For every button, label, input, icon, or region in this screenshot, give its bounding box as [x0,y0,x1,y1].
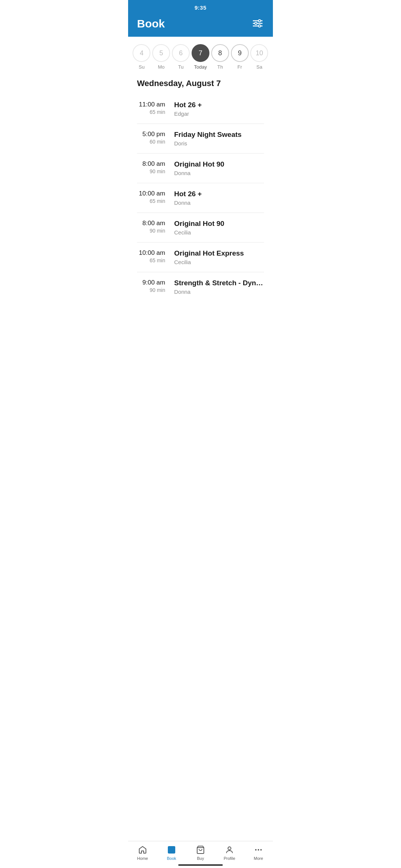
class-block: Original Hot 90 Donna [174,160,264,176]
time-duration: 60 min [137,139,165,145]
date-label: Today [194,64,207,70]
class-block: Friday Night Sweats Doris [174,131,264,147]
time-block: 11:00 am 65 min [137,101,174,115]
date-number: 5 [152,44,170,62]
date-item-5[interactable]: 5Mo [152,44,170,70]
time-block: 10:00 am 65 min [137,190,174,204]
date-number: 8 [211,44,229,62]
schedule-item[interactable]: 10:00 am 65 min Original Hot Express Cec… [137,243,264,272]
class-instructor: Doris [174,140,264,147]
time-duration: 65 min [137,257,165,263]
time-duration: 65 min [137,109,165,115]
date-item-7[interactable]: 7Today [192,44,209,70]
status-bar: 9:35 [128,0,273,13]
date-number: 6 [172,44,190,62]
class-instructor: Edgar [174,111,264,117]
schedule-item[interactable]: 8:00 am 90 min Original Hot 90 Donna [137,154,264,183]
schedule-item[interactable]: 10:00 am 65 min Hot 26 + Donna [137,183,264,213]
date-item-6[interactable]: 6Tu [172,44,190,70]
class-instructor: Cecilia [174,229,264,236]
date-item-8[interactable]: 8Th [211,44,229,70]
date-item-9[interactable]: 9Fr [231,44,249,70]
class-name: Hot 26 + [174,101,264,109]
time-main: 8:00 am [137,220,165,227]
time-duration: 90 min [137,228,165,234]
class-instructor: Cecilia [174,259,264,265]
time-main: 11:00 am [137,101,165,108]
time-main: 5:00 pm [137,131,165,138]
svg-point-1 [258,20,261,22]
class-name: Hot 26 + [174,190,264,198]
time-main: 10:00 am [137,249,165,257]
class-instructor: Donna [174,289,264,295]
date-number: 10 [250,44,268,62]
filter-icon [253,19,263,27]
class-block: Original Hot 90 Cecilia [174,220,264,236]
app-header: Book [128,13,273,37]
class-block: Hot 26 + Donna [174,190,264,206]
class-instructor: Donna [174,170,264,176]
date-label: Su [138,64,144,70]
date-number: 7 [192,44,209,62]
schedule-item[interactable]: 11:00 am 65 min Hot 26 + Edgar [137,94,264,124]
day-heading: Wednesday, August 7 [128,76,273,94]
time-block: 5:00 pm 60 min [137,131,174,145]
time-main: 10:00 am [137,190,165,197]
date-item-10[interactable]: 10Sa [250,44,268,70]
date-number: 9 [231,44,249,62]
filter-button[interactable] [251,18,264,30]
date-label: Mo [158,64,164,70]
schedule-item[interactable]: 9:00 am 90 min Strength & Stretch - Dyn…… [137,272,264,302]
class-block: Hot 26 + Edgar [174,101,264,117]
time-block: 8:00 am 90 min [137,220,174,234]
schedule-item[interactable]: 5:00 pm 60 min Friday Night Sweats Doris [137,124,264,154]
date-label: Tu [178,64,184,70]
date-label: Th [217,64,223,70]
date-item-4[interactable]: 4Su [133,44,150,70]
svg-point-5 [258,25,261,27]
class-instructor: Donna [174,200,264,206]
time-block: 9:00 am 90 min [137,279,174,293]
schedule-item[interactable]: 8:00 am 90 min Original Hot 90 Cecilia [137,213,264,243]
date-label: Sa [257,64,263,70]
class-block: Original Hot Express Cecilia [174,249,264,265]
date-label: Fr [238,64,242,70]
schedule-list: 11:00 am 65 min Hot 26 + Edgar 5:00 pm 6… [128,94,273,302]
class-name: Strength & Stretch - Dyn… [174,279,264,287]
status-time: 9:35 [195,4,206,11]
time-duration: 90 min [137,287,165,293]
time-duration: 90 min [137,168,165,174]
class-name: Original Hot 90 [174,220,264,228]
class-name: Friday Night Sweats [174,131,264,139]
class-name: Original Hot 90 [174,160,264,168]
time-block: 8:00 am 90 min [137,160,174,174]
svg-point-3 [255,22,257,24]
time-main: 9:00 am [137,279,165,286]
date-picker: 4Su5Mo6Tu7Today8Th9Fr10Sa [128,37,273,76]
class-name: Original Hot Express [174,249,264,257]
class-block: Strength & Stretch - Dyn… Donna [174,279,264,295]
time-main: 8:00 am [137,160,165,168]
page-title: Book [137,17,165,30]
date-number: 4 [133,44,150,62]
time-duration: 65 min [137,198,165,204]
time-block: 10:00 am 65 min [137,249,174,263]
